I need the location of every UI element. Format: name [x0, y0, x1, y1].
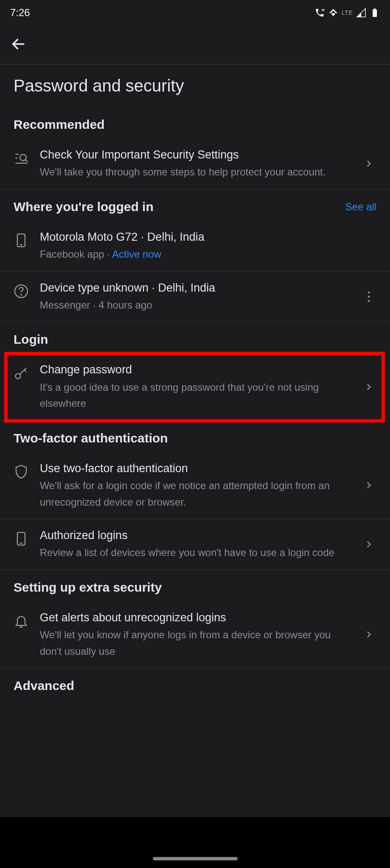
section-header-extra-security: Setting up extra security: [0, 570, 390, 601]
back-arrow-icon: [10, 36, 27, 53]
wifi-icon: [328, 8, 338, 18]
svg-rect-1: [374, 8, 376, 9]
chevron-right-icon: [360, 629, 378, 640]
device-subtitle: Messenger · 4 hours ago: [40, 297, 350, 313]
section-header-advanced: Advanced: [0, 668, 390, 700]
item-title: Change password: [40, 362, 350, 377]
svg-point-13: [368, 296, 370, 298]
section-header-recommended: Recommended: [0, 107, 390, 139]
active-status: Active now: [112, 248, 161, 260]
page-title: Password and security: [0, 64, 390, 107]
change-password-item[interactable]: Change password It's a good idea to use …: [0, 353, 390, 420]
back-button[interactable]: [10, 36, 27, 54]
section-header-label: Two-factor authentication: [14, 431, 168, 445]
chevron-right-icon: [360, 480, 378, 491]
section-header-two-factor: Two-factor authentication: [0, 421, 390, 452]
shield-icon: [12, 462, 30, 481]
app-bar: [0, 25, 390, 64]
item-title: Check Your Important Security Settings: [40, 147, 350, 162]
section-header-logged-in: Where you're logged in See all: [0, 189, 390, 221]
device-subtitle: Facebook app · Active now: [40, 246, 378, 262]
phone-icon: [12, 231, 30, 250]
item-title: Authorized logins: [40, 528, 350, 543]
section-header-login: Login: [0, 322, 390, 353]
wifi-calling-icon: [315, 8, 325, 18]
status-icons: LTE: [315, 8, 380, 18]
svg-point-12: [368, 292, 370, 294]
section-header-label: Setting up extra security: [14, 580, 162, 595]
see-all-link[interactable]: See all: [346, 201, 376, 213]
login-alerts-item[interactable]: Get alerts about unrecognized logins We'…: [0, 601, 390, 668]
section-header-label: Login: [14, 332, 48, 347]
svg-line-17: [25, 370, 27, 372]
network-label: LTE: [342, 9, 353, 16]
device-item-unknown[interactable]: Device type unknown · Delhi, India Messe…: [0, 272, 390, 323]
security-check-icon: [12, 149, 30, 167]
svg-point-11: [21, 294, 22, 295]
device-title: Device type unknown · Delhi, India: [40, 280, 350, 295]
device-title: Motorola Moto G72 · Delhi, India: [40, 229, 378, 245]
phone-icon: [12, 529, 30, 548]
svg-point-5: [20, 154, 26, 161]
item-subtitle: We'll let you know if anyone logs in fro…: [40, 627, 350, 659]
check-security-settings-item[interactable]: Check Your Important Security Settings W…: [0, 139, 390, 189]
use-two-factor-item[interactable]: Use two-factor authentication We'll ask …: [0, 452, 390, 519]
key-icon: [12, 364, 30, 382]
svg-point-15: [16, 374, 21, 379]
device-app-label: Facebook app ·: [40, 248, 112, 260]
item-subtitle: We'll take you through some steps to hel…: [40, 164, 350, 180]
item-title: Use two-factor authentication: [40, 461, 350, 476]
item-title: Get alerts about unrecognized logins: [40, 610, 350, 625]
signal-icon: [356, 8, 366, 18]
more-options-button[interactable]: [360, 291, 378, 303]
chevron-right-icon: [360, 158, 378, 169]
unknown-device-icon: [12, 282, 30, 300]
status-bar: 7:26 LTE: [0, 0, 390, 25]
svg-line-6: [26, 160, 28, 162]
section-header-label: Where you're logged in: [14, 200, 154, 214]
item-subtitle: It's a good idea to use a strong passwor…: [40, 379, 350, 412]
chevron-right-icon: [360, 381, 378, 392]
section-header-label: Recommended: [14, 117, 105, 132]
item-subtitle: Review a list of devices where you won't…: [40, 545, 350, 561]
system-nav-bar: [0, 817, 390, 868]
svg-point-14: [368, 300, 370, 302]
chevron-right-icon: [360, 539, 378, 550]
authorized-logins-item[interactable]: Authorized logins Review a list of devic…: [0, 519, 390, 570]
bell-icon: [12, 612, 30, 630]
item-subtitle: We'll ask for a login code if we notice …: [40, 478, 350, 510]
status-time: 7:26: [10, 7, 30, 19]
nav-pill[interactable]: [153, 857, 238, 860]
section-header-label: Advanced: [14, 679, 74, 693]
svg-rect-0: [373, 9, 377, 17]
device-item-moto[interactable]: Motorola Moto G72 · Delhi, India Faceboo…: [0, 221, 390, 272]
battery-icon: [370, 8, 380, 18]
